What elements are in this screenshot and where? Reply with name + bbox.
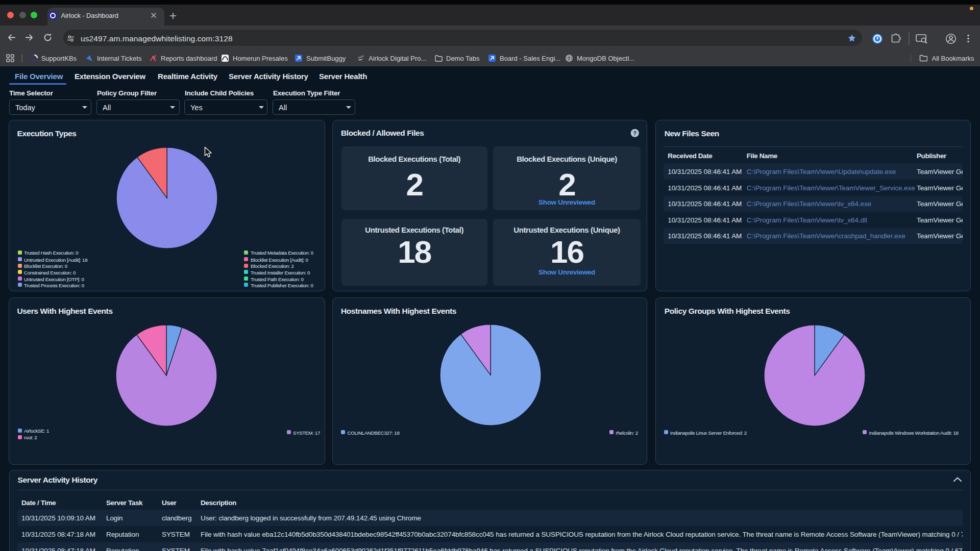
svg-text:?: ? xyxy=(633,130,636,136)
